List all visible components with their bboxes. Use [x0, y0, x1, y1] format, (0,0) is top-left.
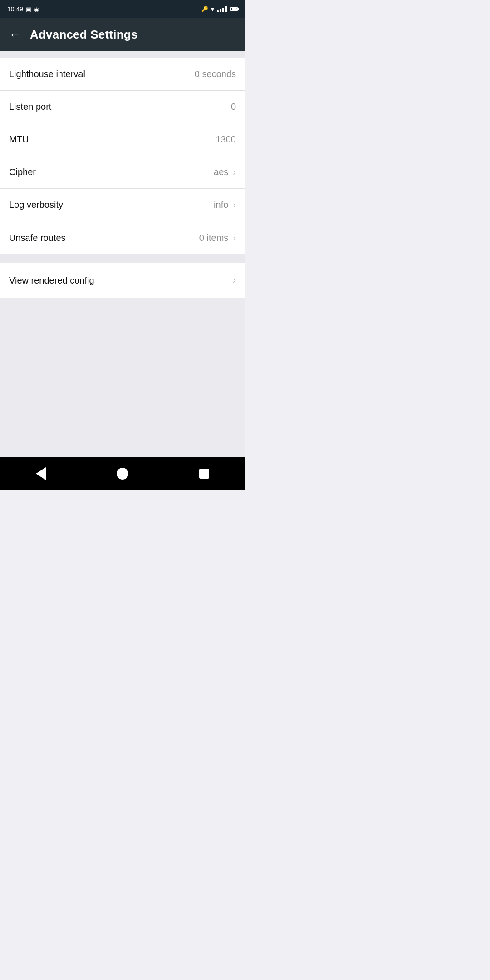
listen-port-value: 0 [231, 102, 236, 112]
battery-icon [230, 7, 238, 11]
back-triangle-icon [36, 467, 46, 480]
settings-list: Lighthouse interval 0 seconds Listen por… [0, 58, 245, 254]
nav-home-button[interactable] [109, 460, 136, 487]
vpn-icon: ◉ [34, 6, 39, 13]
cipher-value: aes › [214, 167, 236, 177]
home-circle-icon [117, 468, 128, 480]
status-time: 10:49 [7, 5, 23, 13]
wifi-icon: ▾ [211, 5, 214, 13]
unsafe-routes-label: Unsafe routes [9, 233, 66, 243]
view-rendered-config-chevron-icon: › [233, 274, 236, 286]
recents-square-icon [199, 469, 209, 479]
mtu-value: 1300 [216, 134, 236, 145]
unsafe-routes-chevron-icon: › [233, 233, 236, 243]
lighthouse-interval-value: 0 seconds [195, 69, 236, 79]
listen-port-label: Listen port [9, 102, 51, 112]
nav-bar [0, 457, 245, 490]
mtu-label: MTU [9, 134, 29, 145]
section-divider-2 [0, 254, 245, 263]
settings-item-lighthouse-interval[interactable]: Lighthouse interval 0 seconds [0, 58, 245, 91]
log-verbosity-chevron-icon: › [233, 200, 236, 210]
settings-item-mtu[interactable]: MTU 1300 [0, 123, 245, 156]
log-verbosity-label: Log verbosity [9, 200, 63, 210]
section-divider-top [0, 51, 245, 58]
sim-icon: ▣ [26, 6, 31, 13]
key-icon: 🔑 [201, 6, 208, 12]
nav-back-button[interactable] [27, 460, 54, 487]
view-rendered-config-section: View rendered config › [0, 263, 245, 298]
cipher-chevron-icon: › [233, 167, 236, 177]
status-bar-right: 🔑 ▾ [201, 5, 238, 13]
settings-item-log-verbosity[interactable]: Log verbosity info › [0, 189, 245, 221]
status-bar-left: 10:49 ▣ ◉ [7, 5, 39, 13]
page-title: Advanced Settings [30, 28, 137, 42]
settings-item-listen-port[interactable]: Listen port 0 [0, 91, 245, 123]
lighthouse-interval-label: Lighthouse interval [9, 69, 85, 79]
settings-item-cipher[interactable]: Cipher aes › [0, 156, 245, 189]
unsafe-routes-value: 0 items › [199, 233, 236, 243]
view-rendered-config-item[interactable]: View rendered config › [0, 263, 245, 298]
log-verbosity-value: info › [214, 200, 236, 210]
back-button[interactable]: ← [9, 28, 21, 42]
signal-icon [217, 6, 227, 12]
settings-item-unsafe-routes[interactable]: Unsafe routes 0 items › [0, 221, 245, 254]
nav-recents-button[interactable] [191, 460, 218, 487]
status-bar: 10:49 ▣ ◉ 🔑 ▾ [0, 0, 245, 18]
app-bar: ← Advanced Settings [0, 18, 245, 51]
cipher-label: Cipher [9, 167, 36, 177]
back-arrow-icon: ← [9, 28, 21, 42]
view-rendered-config-label: View rendered config [9, 275, 94, 286]
